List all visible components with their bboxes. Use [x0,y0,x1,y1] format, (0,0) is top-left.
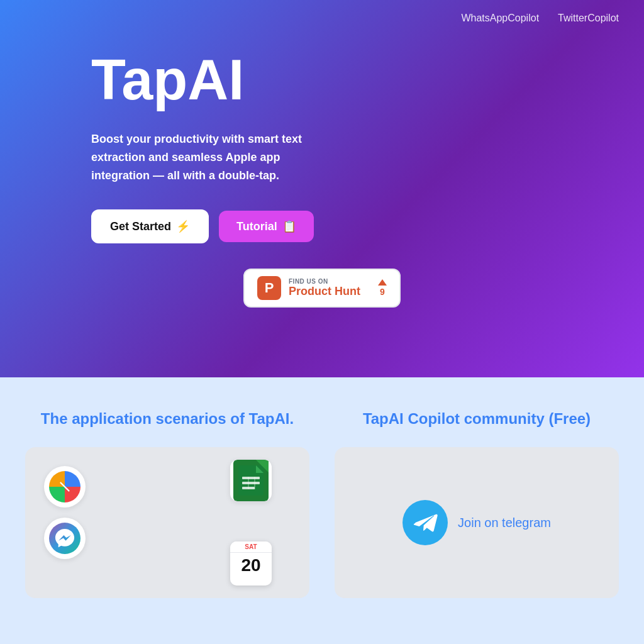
flash-icon: ⚡ [176,219,190,233]
cal-header: SAT [230,541,272,553]
product-hunt-badge-wrapper: P FIND US ON Product Hunt 9 [0,269,644,308]
svg-rect-2 [242,477,260,479]
telegram-icon [402,500,448,545]
hero-button-row: Get Started ⚡ Tutorial 📋 [91,209,644,243]
safari-icon-circle [44,466,86,508]
tutorial-button[interactable]: Tutorial 📋 [219,211,314,242]
scenarios-title: The application scenarios of TapAI. [25,409,309,428]
sheets-icon-area [230,460,272,501]
ph-vote-count: 9 [380,287,385,297]
app-icons-left [44,466,86,559]
nav-whatsapp-copilot[interactable]: WhatsAppCopilot [461,13,539,24]
calendar-icon: SAT 20 [230,541,272,586]
product-hunt-text: FIND US ON Product Hunt [289,278,360,298]
lower-columns: The application scenarios of TapAI. [25,409,619,598]
hero-section: WhatsAppCopilot TwitterCopilot TapAI Boo… [0,0,644,377]
book-icon: 📋 [282,219,296,233]
cal-icon-area: SAT 20 [230,541,272,586]
get-started-button[interactable]: Get Started ⚡ [91,209,209,243]
join-telegram-label[interactable]: Join on telegram [458,516,551,530]
lower-section: The application scenarios of TapAI. [0,377,644,644]
ph-upvote-icon [378,279,387,286]
telegram-row: Join on telegram [402,500,551,545]
hero-subtitle: Boost your productivity with smart text … [91,130,305,184]
product-hunt-badge[interactable]: P FIND US ON Product Hunt 9 [243,269,401,308]
cal-day-num: 20 [230,553,272,578]
messenger-icon [49,523,80,554]
sheets-icon-circle [230,460,272,501]
ph-votes: 9 [378,279,387,297]
sheets-icon [233,460,269,501]
ph-find-us-label: FIND US ON [289,278,360,285]
messenger-icon-circle [44,518,86,559]
hero-content: TapAI Boost your productivity with smart… [0,36,644,333]
get-started-label: Get Started [110,220,171,233]
svg-rect-3 [242,482,260,484]
telegram-arrow-icon [413,509,440,536]
hero-title: TapAI [91,49,644,111]
ph-name-label: Product Hunt [289,285,360,298]
community-title: TapAI Copilot community (Free) [335,409,619,428]
scenarios-card: SAT 20 [25,447,309,598]
nav: WhatsAppCopilot TwitterCopilot [0,0,644,36]
community-card: Join on telegram [335,447,619,598]
product-hunt-logo: P [257,276,281,300]
safari-needle2 [60,482,70,492]
safari-icon [49,471,80,502]
nav-twitter-copilot[interactable]: TwitterCopilot [558,13,619,24]
scenarios-column: The application scenarios of TapAI. [25,409,309,598]
tutorial-label: Tutorial [236,220,277,233]
community-column: TapAI Copilot community (Free) Join on t… [335,409,619,598]
